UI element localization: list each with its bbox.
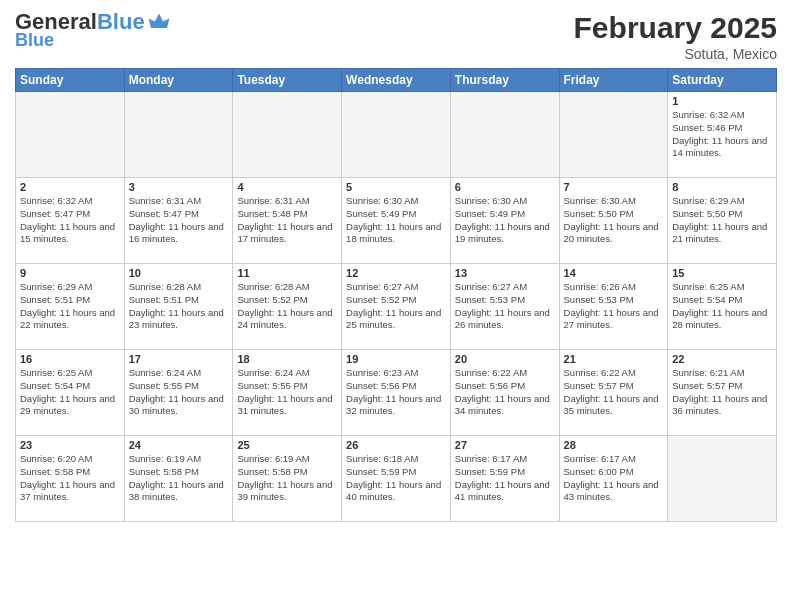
day-info: Sunrise: 6:17 AM Sunset: 6:00 PM Dayligh… (564, 453, 664, 504)
col-saturday: Saturday (668, 69, 777, 92)
day-number: 10 (129, 267, 229, 279)
day-info: Sunrise: 6:25 AM Sunset: 5:54 PM Dayligh… (20, 367, 120, 418)
day-number: 21 (564, 353, 664, 365)
day-info: Sunrise: 6:30 AM Sunset: 5:50 PM Dayligh… (564, 195, 664, 246)
day-info: Sunrise: 6:18 AM Sunset: 5:59 PM Dayligh… (346, 453, 446, 504)
day-number: 14 (564, 267, 664, 279)
day-info: Sunrise: 6:32 AM Sunset: 5:47 PM Dayligh… (20, 195, 120, 246)
calendar-day: 3Sunrise: 6:31 AM Sunset: 5:47 PM Daylig… (124, 178, 233, 264)
calendar-day: 4Sunrise: 6:31 AM Sunset: 5:48 PM Daylig… (233, 178, 342, 264)
calendar-day: 7Sunrise: 6:30 AM Sunset: 5:50 PM Daylig… (559, 178, 668, 264)
day-info: Sunrise: 6:31 AM Sunset: 5:47 PM Dayligh… (129, 195, 229, 246)
day-info: Sunrise: 6:30 AM Sunset: 5:49 PM Dayligh… (346, 195, 446, 246)
day-number: 3 (129, 181, 229, 193)
day-info: Sunrise: 6:24 AM Sunset: 5:55 PM Dayligh… (237, 367, 337, 418)
calendar-day: 1Sunrise: 6:32 AM Sunset: 5:46 PM Daylig… (668, 92, 777, 178)
day-info: Sunrise: 6:28 AM Sunset: 5:52 PM Dayligh… (237, 281, 337, 332)
day-number: 16 (20, 353, 120, 365)
day-number: 7 (564, 181, 664, 193)
svg-marker-0 (148, 14, 169, 28)
calendar-day (559, 92, 668, 178)
header: GeneralBlue Blue February 2025 Sotuta, M… (15, 10, 777, 62)
calendar-day: 23Sunrise: 6:20 AM Sunset: 5:58 PM Dayli… (16, 436, 125, 522)
calendar-day (450, 92, 559, 178)
col-monday: Monday (124, 69, 233, 92)
day-number: 15 (672, 267, 772, 279)
calendar-day: 16Sunrise: 6:25 AM Sunset: 5:54 PM Dayli… (16, 350, 125, 436)
day-info: Sunrise: 6:22 AM Sunset: 5:56 PM Dayligh… (455, 367, 555, 418)
calendar-day: 26Sunrise: 6:18 AM Sunset: 5:59 PM Dayli… (342, 436, 451, 522)
day-number: 19 (346, 353, 446, 365)
day-number: 28 (564, 439, 664, 451)
calendar-day: 8Sunrise: 6:29 AM Sunset: 5:50 PM Daylig… (668, 178, 777, 264)
day-info: Sunrise: 6:27 AM Sunset: 5:52 PM Dayligh… (346, 281, 446, 332)
calendar-day (668, 436, 777, 522)
day-info: Sunrise: 6:32 AM Sunset: 5:46 PM Dayligh… (672, 109, 772, 160)
day-info: Sunrise: 6:30 AM Sunset: 5:49 PM Dayligh… (455, 195, 555, 246)
calendar-day: 10Sunrise: 6:28 AM Sunset: 5:51 PM Dayli… (124, 264, 233, 350)
day-number: 23 (20, 439, 120, 451)
day-number: 13 (455, 267, 555, 279)
calendar-header-row: Sunday Monday Tuesday Wednesday Thursday… (16, 69, 777, 92)
calendar-day (342, 92, 451, 178)
logo-icon (147, 8, 171, 32)
calendar-day: 20Sunrise: 6:22 AM Sunset: 5:56 PM Dayli… (450, 350, 559, 436)
calendar-day: 22Sunrise: 6:21 AM Sunset: 5:57 PM Dayli… (668, 350, 777, 436)
calendar-day (16, 92, 125, 178)
day-number: 6 (455, 181, 555, 193)
logo: GeneralBlue Blue (15, 10, 171, 51)
col-friday: Friday (559, 69, 668, 92)
day-info: Sunrise: 6:27 AM Sunset: 5:53 PM Dayligh… (455, 281, 555, 332)
day-number: 27 (455, 439, 555, 451)
day-info: Sunrise: 6:19 AM Sunset: 5:58 PM Dayligh… (237, 453, 337, 504)
day-number: 2 (20, 181, 120, 193)
calendar-week-4: 23Sunrise: 6:20 AM Sunset: 5:58 PM Dayli… (16, 436, 777, 522)
calendar-day (233, 92, 342, 178)
day-info: Sunrise: 6:29 AM Sunset: 5:50 PM Dayligh… (672, 195, 772, 246)
day-number: 18 (237, 353, 337, 365)
day-info: Sunrise: 6:17 AM Sunset: 5:59 PM Dayligh… (455, 453, 555, 504)
day-info: Sunrise: 6:21 AM Sunset: 5:57 PM Dayligh… (672, 367, 772, 418)
day-info: Sunrise: 6:25 AM Sunset: 5:54 PM Dayligh… (672, 281, 772, 332)
day-info: Sunrise: 6:31 AM Sunset: 5:48 PM Dayligh… (237, 195, 337, 246)
calendar-day: 9Sunrise: 6:29 AM Sunset: 5:51 PM Daylig… (16, 264, 125, 350)
col-thursday: Thursday (450, 69, 559, 92)
col-sunday: Sunday (16, 69, 125, 92)
day-number: 1 (672, 95, 772, 107)
calendar-week-2: 9Sunrise: 6:29 AM Sunset: 5:51 PM Daylig… (16, 264, 777, 350)
calendar-day: 15Sunrise: 6:25 AM Sunset: 5:54 PM Dayli… (668, 264, 777, 350)
calendar-day: 13Sunrise: 6:27 AM Sunset: 5:53 PM Dayli… (450, 264, 559, 350)
day-number: 5 (346, 181, 446, 193)
calendar-week-0: 1Sunrise: 6:32 AM Sunset: 5:46 PM Daylig… (16, 92, 777, 178)
calendar-day: 17Sunrise: 6:24 AM Sunset: 5:55 PM Dayli… (124, 350, 233, 436)
day-number: 20 (455, 353, 555, 365)
calendar-day: 19Sunrise: 6:23 AM Sunset: 5:56 PM Dayli… (342, 350, 451, 436)
title-block: February 2025 Sotuta, Mexico (574, 10, 777, 62)
calendar-day: 11Sunrise: 6:28 AM Sunset: 5:52 PM Dayli… (233, 264, 342, 350)
calendar-day: 14Sunrise: 6:26 AM Sunset: 5:53 PM Dayli… (559, 264, 668, 350)
day-info: Sunrise: 6:23 AM Sunset: 5:56 PM Dayligh… (346, 367, 446, 418)
calendar-day: 18Sunrise: 6:24 AM Sunset: 5:55 PM Dayli… (233, 350, 342, 436)
calendar-day: 2Sunrise: 6:32 AM Sunset: 5:47 PM Daylig… (16, 178, 125, 264)
main-title: February 2025 (574, 10, 777, 46)
calendar-day: 21Sunrise: 6:22 AM Sunset: 5:57 PM Dayli… (559, 350, 668, 436)
page: GeneralBlue Blue February 2025 Sotuta, M… (0, 0, 792, 612)
calendar-day: 12Sunrise: 6:27 AM Sunset: 5:52 PM Dayli… (342, 264, 451, 350)
calendar-week-3: 16Sunrise: 6:25 AM Sunset: 5:54 PM Dayli… (16, 350, 777, 436)
day-number: 22 (672, 353, 772, 365)
calendar-day: 27Sunrise: 6:17 AM Sunset: 5:59 PM Dayli… (450, 436, 559, 522)
col-wednesday: Wednesday (342, 69, 451, 92)
day-info: Sunrise: 6:24 AM Sunset: 5:55 PM Dayligh… (129, 367, 229, 418)
day-number: 24 (129, 439, 229, 451)
day-info: Sunrise: 6:29 AM Sunset: 5:51 PM Dayligh… (20, 281, 120, 332)
day-info: Sunrise: 6:28 AM Sunset: 5:51 PM Dayligh… (129, 281, 229, 332)
col-tuesday: Tuesday (233, 69, 342, 92)
subtitle: Sotuta, Mexico (574, 46, 777, 62)
day-info: Sunrise: 6:20 AM Sunset: 5:58 PM Dayligh… (20, 453, 120, 504)
day-number: 17 (129, 353, 229, 365)
calendar-day: 25Sunrise: 6:19 AM Sunset: 5:58 PM Dayli… (233, 436, 342, 522)
calendar-day: 28Sunrise: 6:17 AM Sunset: 6:00 PM Dayli… (559, 436, 668, 522)
day-number: 11 (237, 267, 337, 279)
calendar-day: 6Sunrise: 6:30 AM Sunset: 5:49 PM Daylig… (450, 178, 559, 264)
day-number: 12 (346, 267, 446, 279)
